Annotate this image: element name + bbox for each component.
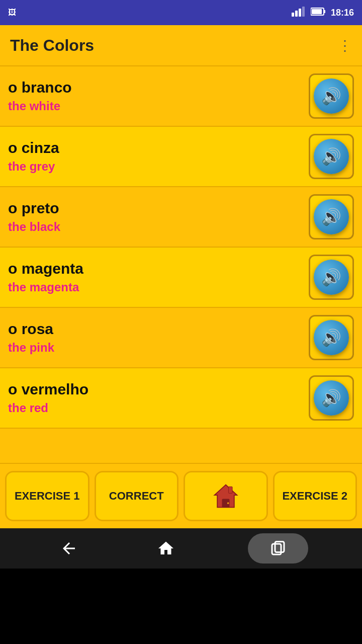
vocab-word: o preto: [8, 200, 60, 217]
vocab-translation: the black: [8, 220, 60, 234]
speaker-circle: 🔊: [314, 320, 349, 355]
home-icon: [212, 482, 240, 510]
vocab-translation: the pink: [8, 341, 54, 355]
correct-button[interactable]: CORRECT: [95, 471, 179, 521]
home-button[interactable]: [184, 471, 268, 521]
svg-rect-5: [324, 10, 325, 13]
signal-icon: [292, 7, 306, 19]
home-nav-button[interactable]: [151, 533, 181, 564]
speaker-icon: 🔊: [321, 147, 341, 166]
page-title: The Colors: [10, 36, 94, 55]
svg-rect-1: [295, 11, 298, 17]
vocab-list: o branco the white 🔊 o cinza the grey 🔊 …: [0, 65, 362, 463]
speaker-icon: 🔊: [321, 87, 341, 106]
photo-icon: 🖼: [8, 8, 16, 17]
audio-button-4[interactable]: 🔊: [309, 315, 354, 360]
audio-button-0[interactable]: 🔊: [309, 73, 354, 119]
exercise2-button[interactable]: EXERCISE 2: [273, 471, 357, 521]
vocab-translation: the white: [8, 99, 72, 113]
speaker-circle: 🔊: [314, 380, 349, 416]
vocab-text: o preto the black: [8, 200, 60, 234]
svg-rect-10: [228, 487, 232, 493]
audio-button-3[interactable]: 🔊: [309, 255, 354, 300]
svg-rect-0: [292, 13, 294, 17]
vocab-word: o magenta: [8, 260, 83, 277]
audio-button-2[interactable]: 🔊: [309, 194, 354, 239]
vocab-item: o magenta the magenta 🔊: [0, 248, 362, 308]
back-button[interactable]: [54, 533, 84, 564]
vocab-translation: the grey: [8, 159, 59, 174]
vocab-translation: the red: [8, 401, 88, 415]
speaker-circle: 🔊: [314, 78, 349, 114]
vocab-text: o vermelho the red: [8, 381, 88, 415]
app-header: The Colors ⋮: [0, 25, 362, 65]
vocab-item: o rosa the pink 🔊: [0, 308, 362, 368]
bottom-toolbar: EXERCISE 1 CORRECT EXERCISE 2: [0, 463, 362, 528]
recents-button[interactable]: [248, 533, 308, 564]
speaker-icon: 🔊: [321, 207, 341, 226]
speaker-circle: 🔊: [314, 260, 349, 295]
exercise1-button[interactable]: EXERCISE 1: [5, 471, 89, 521]
vocab-translation: the magenta: [8, 280, 83, 294]
speaker-circle: 🔊: [314, 139, 349, 174]
audio-button-5[interactable]: 🔊: [309, 375, 354, 421]
speaker-icon: 🔊: [321, 328, 341, 347]
vocab-text: o cinza the grey: [8, 139, 59, 174]
vocab-text: o branco the white: [8, 79, 72, 113]
svg-rect-6: [312, 9, 322, 14]
vocab-word: o vermelho: [8, 381, 88, 398]
svg-rect-2: [299, 9, 301, 17]
vocab-item: o vermelho the red 🔊: [0, 368, 362, 429]
battery-icon: [311, 7, 326, 18]
vocab-word: o cinza: [8, 139, 59, 156]
speaker-icon: 🔊: [321, 268, 341, 287]
vocab-item: o branco the white 🔊: [0, 66, 362, 127]
vocab-text: o rosa the pink: [8, 320, 54, 355]
menu-button[interactable]: ⋮: [338, 37, 352, 54]
vocab-item: o cinza the grey 🔊: [0, 127, 362, 187]
vocab-text: o magenta the magenta: [8, 260, 83, 294]
status-bar: 🖼 18:16: [0, 0, 362, 25]
speaker-icon: 🔊: [321, 388, 341, 408]
vocab-item: o preto the black 🔊: [0, 187, 362, 248]
svg-point-9: [227, 502, 229, 504]
android-nav-bar: [0, 528, 362, 569]
vocab-word: o branco: [8, 79, 72, 96]
vocab-word: o rosa: [8, 320, 54, 338]
speaker-circle: 🔊: [314, 199, 349, 234]
status-time: 18:16: [331, 8, 354, 18]
svg-rect-3: [302, 7, 305, 17]
audio-button-1[interactable]: 🔊: [309, 134, 354, 179]
